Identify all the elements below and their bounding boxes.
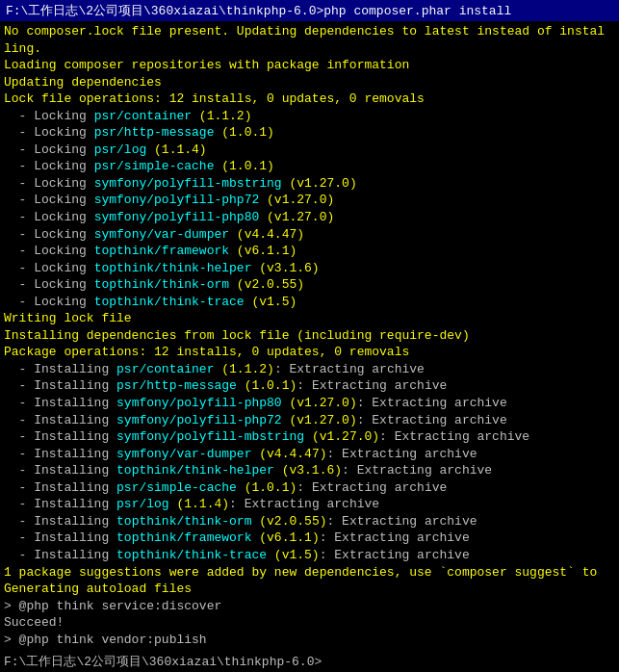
- terminal-line: - Locking topthink/think-trace (v1.5): [4, 294, 615, 311]
- terminal-line: - Locking symfony/polyfill-mbstring (v1.…: [4, 175, 615, 193]
- terminal-line: - Installing topthink/framework (v6.1.1)…: [4, 530, 615, 547]
- terminal-line: Writing lock file: [4, 310, 615, 327]
- terminal-line: - Installing psr/container (1.1.2): Extr…: [4, 361, 615, 378]
- terminal-line: Updating dependencies: [4, 74, 615, 91]
- terminal-line: > @php think vendor:publish: [4, 632, 615, 649]
- terminal-line: - Installing topthink/think-trace (v1.5)…: [4, 547, 615, 564]
- terminal-line: - Locking psr/http-message (1.0.1): [4, 124, 615, 142]
- title-bar: F:\工作日志\2公司项目\360xiazai\thinkphp-6.0>php…: [0, 0, 619, 21]
- terminal-line: - Installing symfony/polyfill-php80 (v1.…: [4, 395, 615, 412]
- terminal-line: - Installing topthink/think-helper (v3.1…: [4, 462, 615, 479]
- terminal-body[interactable]: No composer.lock file present. Updating …: [0, 21, 619, 651]
- terminal-line: - Locking symfony/polyfill-php80 (v1.27.…: [4, 209, 615, 226]
- terminal-line: - Locking symfony/var-dumper (v4.4.47): [4, 226, 615, 244]
- terminal-line: - Installing symfony/polyfill-mbstring (…: [4, 428, 615, 446]
- terminal-line: Loading composer repositories with packa…: [4, 57, 615, 74]
- terminal-line: - Locking psr/simple-cache (1.0.1): [4, 158, 615, 175]
- terminal-window: F:\工作日志\2公司项目\360xiazai\thinkphp-6.0>php…: [0, 0, 619, 672]
- terminal-line: No composer.lock file present. Updating …: [4, 23, 615, 40]
- terminal-line: - Locking symfony/polyfill-php72 (v1.27.…: [4, 192, 615, 209]
- terminal-line: ling.: [4, 40, 615, 58]
- terminal-line: Installing dependencies from lock file (…: [4, 327, 615, 345]
- terminal-line: > @php think service:discover: [4, 598, 615, 615]
- terminal-line: Generating autoload files: [4, 581, 615, 598]
- terminal-line: - Locking topthink/framework (v6.1.1): [4, 243, 615, 260]
- terminal-line: - Locking psr/log (1.1.4): [4, 142, 615, 159]
- terminal-line: - Installing topthink/think-orm (v2.0.55…: [4, 513, 615, 530]
- terminal-line: - Installing symfony/polyfill-php72 (v1.…: [4, 412, 615, 429]
- terminal-line: - Installing symfony/var-dumper (v4.4.47…: [4, 446, 615, 463]
- terminal-line: - Installing psr/log (1.1.4): Extracting…: [4, 496, 615, 513]
- terminal-line: Succeed!: [4, 614, 615, 632]
- terminal-line: Package operations: 12 installs, 0 updat…: [4, 344, 615, 361]
- terminal-line: - Installing psr/simple-cache (1.0.1): E…: [4, 479, 615, 497]
- terminal-line: Lock file operations: 12 installs, 0 upd…: [4, 90, 615, 108]
- terminal-line: - Installing psr/http-message (1.0.1): E…: [4, 377, 615, 395]
- terminal-line: 1 package suggestions were added by new …: [4, 564, 615, 582]
- terminal-line: - Locking topthink/think-orm (v2.0.55): [4, 276, 615, 294]
- terminal-line: - Locking topthink/think-helper (v3.1.6): [4, 260, 615, 277]
- terminal-line: - Locking psr/container (1.1.2): [4, 108, 615, 125]
- bottom-prompt[interactable]: F:\工作日志\2公司项目\360xiazai\thinkphp-6.0>: [0, 651, 619, 672]
